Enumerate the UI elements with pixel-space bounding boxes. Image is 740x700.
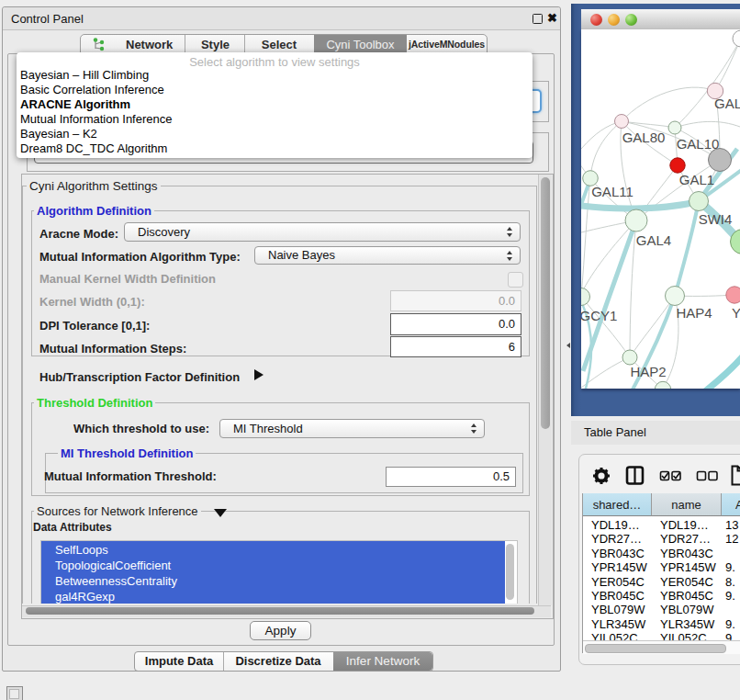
svg-text:GAL4: GAL4 <box>636 232 671 248</box>
svg-text:GAL11: GAL11 <box>591 184 633 199</box>
svg-text:YEL0: YEL0 <box>732 305 740 321</box>
svg-text:GAL10: GAL10 <box>677 136 720 152</box>
svg-text:SWI4: SWI4 <box>699 211 733 227</box>
svg-text:GAL2: GAL2 <box>714 96 740 111</box>
svg-text:GCY1: GCY1 <box>581 308 617 323</box>
svg-text:GAL80: GAL80 <box>622 130 666 145</box>
svg-text:HAP2: HAP2 <box>630 364 666 379</box>
svg-text:HAP4: HAP4 <box>676 305 712 321</box>
svg-text:GAL1: GAL1 <box>679 172 714 187</box>
